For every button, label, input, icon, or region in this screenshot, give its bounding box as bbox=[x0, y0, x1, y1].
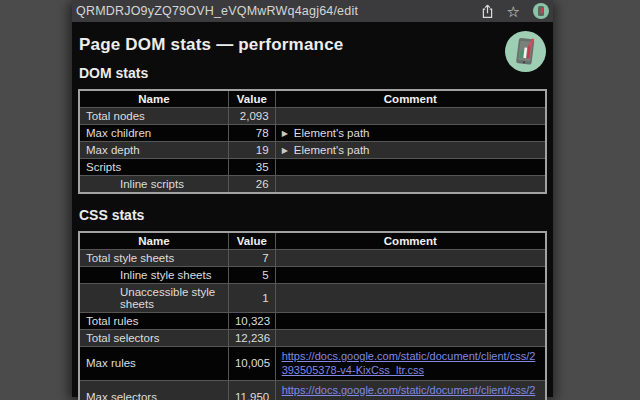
stat-value-cell: 11,950 bbox=[228, 380, 275, 400]
mini-chart-icon bbox=[541, 8, 543, 13]
stats-table: NameValueCommentTotal nodes2,093Max chil… bbox=[78, 89, 547, 194]
table-row: Max children78▶Element's path bbox=[79, 125, 546, 142]
stat-comment-cell bbox=[275, 250, 546, 267]
stat-comment-cell: https://docs.google.com/static/document/… bbox=[275, 380, 546, 400]
urlbar-icons: ☆ bbox=[481, 3, 549, 19]
stat-name-cell: Total selectors bbox=[79, 330, 228, 347]
table-row: Unaccessible style sheets1 bbox=[79, 284, 546, 313]
stats-table: NameValueCommentTotal style sheets7Inlin… bbox=[78, 231, 547, 400]
page-content: Page DOM stats — performance DOM statsNa… bbox=[72, 22, 553, 397]
stat-value-cell: 7 bbox=[228, 250, 275, 267]
table-row: Total selectors12,236 bbox=[79, 330, 546, 347]
stat-comment-cell bbox=[275, 267, 546, 284]
table-row: Max depth19▶Element's path bbox=[79, 142, 546, 159]
column-header: Name bbox=[79, 90, 228, 108]
stat-name-cell: Total nodes bbox=[79, 108, 228, 125]
stylesheet-link[interactable]: https://docs.google.com/static/document/… bbox=[282, 349, 539, 378]
table-row: Scripts35 bbox=[79, 159, 546, 176]
stat-comment-cell bbox=[275, 176, 546, 194]
stat-value-cell: 5 bbox=[228, 267, 275, 284]
stat-comment-cell bbox=[275, 330, 546, 347]
element-path-label: Element's path bbox=[294, 144, 370, 156]
stat-name-cell: Inline style sheets bbox=[79, 267, 228, 284]
column-header: Value bbox=[228, 90, 275, 108]
extension-avatar-icon[interactable] bbox=[533, 3, 549, 19]
share-icon[interactable] bbox=[481, 4, 494, 19]
stat-name-cell: Max selectors bbox=[79, 380, 228, 400]
table-row: Inline style sheets5 bbox=[79, 267, 546, 284]
stat-value-cell: 12,236 bbox=[228, 330, 275, 347]
section-heading: DOM stats bbox=[79, 65, 547, 81]
stat-name-cell: Total rules bbox=[79, 313, 228, 330]
table-row: Max selectors11,950https://docs.google.c… bbox=[79, 380, 546, 400]
section-heading: CSS stats bbox=[79, 207, 547, 223]
stat-comment-cell bbox=[275, 313, 546, 330]
stat-value-cell: 10,005 bbox=[228, 347, 275, 381]
stat-comment-cell bbox=[275, 284, 546, 313]
stat-value-cell: 1 bbox=[228, 284, 275, 313]
stat-comment-cell: ▶Element's path bbox=[275, 142, 546, 159]
table-row: Total rules10,323 bbox=[79, 313, 546, 330]
element-path-expander[interactable]: ▶Element's path bbox=[282, 127, 370, 139]
table-row: Inline scripts26 bbox=[79, 176, 546, 194]
stats-sections: DOM statsNameValueCommentTotal nodes2,09… bbox=[78, 65, 547, 400]
stat-name-cell: Max children bbox=[79, 125, 228, 142]
page-title: Page DOM stats — performance bbox=[79, 35, 547, 55]
stat-comment-cell bbox=[275, 159, 546, 176]
stat-value-cell: 26 bbox=[228, 176, 275, 194]
stat-value-cell: 35 bbox=[228, 159, 275, 176]
stat-value-cell: 19 bbox=[228, 142, 275, 159]
column-header: Value bbox=[228, 232, 275, 250]
element-path-expander[interactable]: ▶Element's path bbox=[282, 144, 370, 156]
stat-name-cell: Total style sheets bbox=[79, 250, 228, 267]
browser-window: QRMDRJO9yZQ79OVH_eVQMwRWq4agj64/edit ☆ bbox=[72, 0, 553, 397]
stat-comment-cell: https://docs.google.com/static/document/… bbox=[275, 347, 546, 381]
bookmark-star-icon[interactable]: ☆ bbox=[507, 4, 520, 19]
disclosure-triangle-icon: ▶ bbox=[282, 129, 288, 138]
stat-name-cell: Max rules bbox=[79, 347, 228, 381]
stat-name-cell: Scripts bbox=[79, 159, 228, 176]
stylesheet-link[interactable]: https://docs.google.com/static/document/… bbox=[282, 383, 539, 400]
table-row: Total style sheets7 bbox=[79, 250, 546, 267]
stat-value-cell: 2,093 bbox=[228, 108, 275, 125]
stat-comment-cell bbox=[275, 108, 546, 125]
column-header: Comment bbox=[275, 232, 546, 250]
disclosure-triangle-icon: ▶ bbox=[282, 146, 288, 155]
column-header: Name bbox=[79, 232, 228, 250]
column-header: Comment bbox=[275, 90, 546, 108]
table-header-row: NameValueComment bbox=[79, 90, 546, 108]
stat-value-cell: 78 bbox=[228, 125, 275, 142]
stat-name-cell: Inline scripts bbox=[79, 176, 228, 194]
element-path-label: Element's path bbox=[294, 127, 370, 139]
table-header-row: NameValueComment bbox=[79, 232, 546, 250]
url-text[interactable]: QRMDRJO9yZQ79OVH_eVQMwRWq4agj64/edit bbox=[76, 4, 481, 18]
extension-logo-icon bbox=[505, 31, 546, 72]
stat-name-cell: Max depth bbox=[79, 142, 228, 159]
stat-name-cell: Unaccessible style sheets bbox=[79, 284, 228, 313]
stat-value-cell: 10,323 bbox=[228, 313, 275, 330]
stat-comment-cell: ▶Element's path bbox=[275, 125, 546, 142]
browser-url-bar[interactable]: QRMDRJO9yZQ79OVH_eVQMwRWq4agj64/edit ☆ bbox=[72, 0, 553, 22]
table-row: Max rules10,005https://docs.google.com/s… bbox=[79, 347, 546, 381]
table-row: Total nodes2,093 bbox=[79, 108, 546, 125]
